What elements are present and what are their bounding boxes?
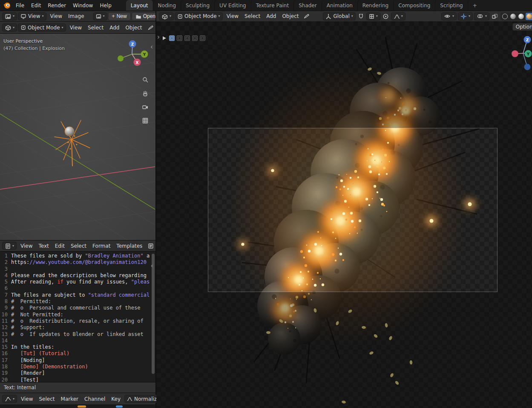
editor-type-dropdown[interactable]: ▾ — [2, 395, 17, 403]
text-editor-scrollbar[interactable] — [152, 254, 155, 374]
overlays-dropdown[interactable]: ▾ — [474, 12, 489, 20]
pan-hand-icon[interactable] — [141, 89, 150, 98]
workspace-tab-uv-editing[interactable]: UV Editing — [214, 0, 251, 11]
visibility-dropdown[interactable]: ▾ — [441, 12, 457, 20]
navigation-gizmo[interactable]: Z Y X — [118, 41, 148, 66]
workspace-tab-scripting[interactable]: Scripting — [435, 0, 467, 11]
menu-file[interactable]: File — [12, 1, 28, 10]
graph-menu-marker[interactable]: Marker — [58, 395, 81, 403]
workspace-tab-sculpting[interactable]: Sculpting — [181, 0, 214, 11]
snap-settings-dropdown[interactable]: ▾ — [366, 12, 380, 20]
viewport-menu-select[interactable]: Select — [242, 12, 263, 20]
image-new-button[interactable]: + New — [108, 12, 131, 20]
navigation-gizmo[interactable]: Z Y — [493, 30, 532, 81]
editor-type-dropdown[interactable]: ▾ — [2, 23, 17, 32]
text-line[interactable]: 20 [Test] — [0, 377, 155, 382]
zoom-icon[interactable] — [141, 75, 150, 84]
image-browse-dropdown[interactable]: ▾ — [93, 12, 107, 20]
text-line[interactable]: 8# Permitted: — [0, 298, 155, 305]
text-line[interactable]: 14 — [0, 338, 155, 344]
region-toggle-arrow[interactable]: ‹ — [150, 263, 154, 269]
image-menu-image[interactable]: Image — [65, 12, 87, 20]
playhead-marker[interactable] — [116, 405, 123, 408]
play-icon[interactable] — [161, 35, 167, 41]
workspace-tab-texture-paint[interactable]: Texture Paint — [251, 0, 293, 11]
viewport-menu-add[interactable]: Add — [263, 12, 279, 20]
main-viewport[interactable]: Options Z Y › — [156, 21, 532, 408]
material-preview-button[interactable] — [518, 13, 525, 20]
text-line[interactable]: 10# Not Permitted: — [0, 312, 155, 318]
text-line[interactable]: 12# Support: — [0, 324, 155, 331]
text-line[interactable]: 2https://www.youtube.com/@bradleyanimati… — [0, 259, 155, 266]
text-menu-templates[interactable]: Templates — [113, 242, 145, 250]
text-line[interactable]: 11# o Redistribution, resale, or sharing… — [0, 318, 155, 324]
snap-toggle[interactable] — [357, 13, 365, 20]
workspace-tab-noding[interactable]: Noding — [153, 0, 181, 11]
viewport2-menu-object[interactable]: Object — [122, 24, 145, 32]
workspace-tab-add[interactable]: + — [468, 0, 482, 11]
proportional-editing-toggle[interactable] — [382, 13, 390, 20]
menu-window[interactable]: Window — [69, 1, 96, 10]
text-line[interactable]: 7The files are subject to "standard comm… — [0, 292, 155, 298]
region-toggle-arrow[interactable]: › — [157, 34, 160, 41]
text-line[interactable]: 3 — [0, 266, 155, 272]
display-toggle-2[interactable] — [177, 35, 182, 41]
blender-logo-icon[interactable] — [3, 2, 11, 9]
text-line[interactable]: 1These files are sold by "Bradley Animat… — [0, 253, 155, 259]
text-line[interactable]: 19 [Render] — [0, 370, 155, 376]
secondary-viewport[interactable]: Z Y X User Perspective (47) Collection |… — [0, 34, 155, 240]
text-line[interactable]: 13# o If updates to Blender or linked as… — [0, 331, 155, 338]
explosion-object[interactable] — [55, 120, 90, 166]
solid-shading-button[interactable] — [509, 13, 517, 20]
display-toggle-3[interactable] — [184, 35, 190, 41]
image-view-mode-dropdown[interactable]: View ▾ — [18, 12, 46, 20]
image-menu-view[interactable]: View — [47, 12, 65, 20]
region-toggle-arrow[interactable]: ‹ — [150, 44, 153, 50]
text-properties-icon[interactable] — [147, 243, 155, 249]
text-line[interactable]: 18 [Demo] (Demonstration) — [0, 364, 155, 370]
menu-edit[interactable]: Edit — [28, 1, 44, 10]
text-line[interactable]: 5After reading, if you find any issues, … — [0, 279, 155, 285]
menu-help[interactable]: Help — [96, 1, 115, 10]
text-line[interactable]: 4Please read the descriptions below rega… — [0, 272, 155, 279]
graph-menu-select[interactable]: Select — [36, 395, 58, 403]
text-line[interactable]: 9# o Personal and commercial use of thes… — [0, 305, 155, 311]
display-toggle-5[interactable] — [200, 35, 205, 41]
viewport2-menu-select[interactable]: Select — [85, 24, 106, 32]
viewport-menu-object[interactable]: Object — [279, 12, 302, 20]
text-menu-format[interactable]: Format — [89, 242, 113, 250]
viewport-menu-view[interactable]: View — [224, 12, 242, 20]
xray-toggle[interactable] — [491, 13, 499, 20]
brush-tool-icon[interactable] — [147, 24, 154, 31]
object-mode-dropdown[interactable]: Object Mode ▾ — [175, 12, 223, 20]
graph-menu-view[interactable]: View — [18, 395, 36, 403]
menu-render[interactable]: Render — [44, 1, 69, 10]
text-menu-view[interactable]: View — [17, 242, 35, 250]
text-line[interactable]: 15In the titles: — [0, 344, 155, 350]
text-menu-text[interactable]: Text — [36, 242, 52, 250]
editor-type-dropdown[interactable]: ▾ — [2, 242, 17, 250]
rendered-shading-button[interactable] — [526, 13, 532, 20]
workspace-tab-rendering[interactable]: Rendering — [357, 0, 393, 11]
wireframe-shading-button[interactable] — [501, 13, 509, 20]
workspace-tab-compositing[interactable]: Compositing — [393, 0, 435, 11]
workspace-tab-shader[interactable]: Shader — [293, 0, 322, 11]
image-open-button[interactable]: Open — [132, 12, 155, 20]
keyframe-marker[interactable] — [78, 405, 86, 408]
graph-menu-channel[interactable]: Channel — [81, 395, 108, 403]
editor-type-dropdown[interactable]: ▾ — [2, 12, 17, 20]
text-menu-select[interactable]: Select — [68, 242, 89, 250]
editor-type-dropdown[interactable]: ▾ — [159, 12, 174, 20]
workspace-tab-layout[interactable]: Layout — [126, 0, 153, 11]
text-line[interactable]: 6 — [0, 285, 155, 292]
display-toggle-4[interactable] — [192, 35, 198, 41]
brush-tool-icon[interactable] — [302, 13, 310, 20]
text-line[interactable]: 16 [Tut] (Tutorial) — [0, 350, 155, 357]
camera-view-icon[interactable] — [141, 103, 150, 111]
gizmos-dropdown[interactable]: ▾ — [458, 12, 473, 20]
text-line[interactable]: 17 [Noding] — [0, 357, 155, 364]
viewport2-menu-add[interactable]: Add — [106, 24, 122, 32]
object-mode-dropdown[interactable]: Object Mode ▾ — [18, 23, 66, 32]
transform-orientation-dropdown[interactable]: Global ▾ — [323, 12, 355, 20]
viewport2-menu-view[interactable]: View — [67, 24, 85, 32]
